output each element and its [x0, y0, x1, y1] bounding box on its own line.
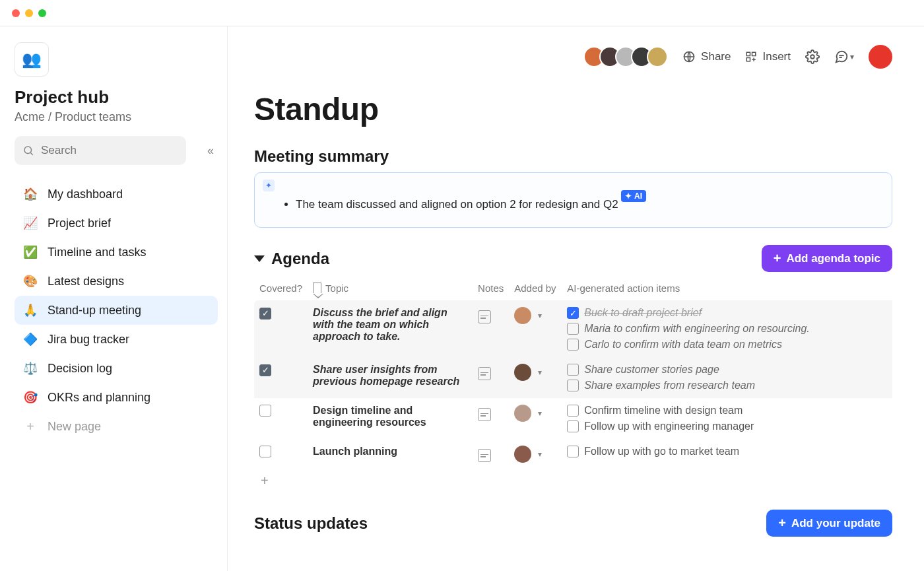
- gear-icon: [805, 50, 820, 64]
- ai-action-item[interactable]: Follow up with go to market team: [567, 446, 887, 457]
- ai-item-text: Buck to draft project brief: [584, 307, 702, 319]
- table-row[interactable]: ✓Share user insights from previous homep…: [254, 357, 892, 398]
- covered-checkbox[interactable]: [259, 405, 271, 417]
- topic-text: Design timeline and engineering resource…: [313, 405, 467, 428]
- sidebar-item-timeline-and-tasks[interactable]: ✅Timeline and tasks: [15, 238, 218, 267]
- presence-avatars[interactable]: [583, 46, 668, 67]
- topic-text: Share user insights from previous homepa…: [313, 364, 467, 387]
- ai-item-checkbox[interactable]: [567, 420, 579, 432]
- window-close-icon[interactable]: [12, 9, 20, 17]
- presence-avatar[interactable]: [647, 46, 668, 67]
- ai-item-checkbox[interactable]: [567, 364, 579, 376]
- chevron-down-icon[interactable]: ▾: [538, 409, 542, 418]
- sidebar-item-okrs-and-planning[interactable]: 🎯OKRs and planning: [15, 383, 218, 412]
- status-updates-heading: Status updates: [254, 514, 368, 533]
- chevron-down-icon[interactable]: ▾: [538, 368, 542, 377]
- add-row-button[interactable]: +: [254, 469, 892, 492]
- agenda-table: Covered? Topic Notes Added by AI-generat…: [254, 279, 892, 469]
- breadcrumb[interactable]: Acme / Product teams: [15, 110, 218, 124]
- table-row[interactable]: ✓Discuss the brief and align with the te…: [254, 300, 892, 357]
- bookmark-icon: [313, 283, 321, 293]
- ai-item-text: Maria to confirm with engineering on res…: [584, 323, 810, 335]
- added-by-avatar[interactable]: [514, 307, 531, 324]
- ai-badge: ✦ AI: [621, 190, 646, 202]
- sidebar-item-jira-bug-tracker[interactable]: 🔷Jira bug tracker: [15, 325, 218, 354]
- new-page-button[interactable]: +New page: [15, 412, 218, 442]
- covered-checkbox[interactable]: [259, 446, 271, 457]
- ai-action-item[interactable]: Follow up with engineering manager: [567, 420, 887, 432]
- sidebar-item-icon: 🎨: [22, 274, 38, 288]
- svg-line-1: [30, 152, 32, 154]
- svg-rect-4: [752, 52, 756, 55]
- sidebar-item-label: Stand-up meeting: [48, 304, 141, 318]
- ai-item-checkbox[interactable]: [567, 446, 579, 457]
- sidebar-item-my-dashboard[interactable]: 🏠My dashboard: [15, 180, 218, 209]
- col-notes[interactable]: Notes: [473, 279, 509, 300]
- ai-item-checkbox[interactable]: [567, 380, 579, 391]
- notes-icon[interactable]: [478, 408, 491, 421]
- ai-action-item[interactable]: ✓Buck to draft project brief: [567, 307, 887, 319]
- sidebar: 👥 Project hub Acme / Product teams « 🏠My…: [0, 26, 228, 571]
- search-input[interactable]: [15, 136, 186, 165]
- sparkle-icon: ✦: [263, 180, 275, 191]
- col-covered[interactable]: Covered?: [254, 279, 308, 300]
- covered-checkbox[interactable]: ✓: [259, 308, 271, 319]
- ai-action-item[interactable]: Confirm timeline with design team: [567, 405, 887, 417]
- col-added-by[interactable]: Added by: [509, 279, 562, 300]
- sidebar-collapse-icon[interactable]: «: [207, 144, 214, 158]
- ai-action-item[interactable]: Share customer stories page: [567, 364, 887, 376]
- sidebar-item-latest-designs[interactable]: 🎨Latest designs: [15, 267, 218, 296]
- settings-button[interactable]: [805, 50, 820, 64]
- ai-item-checkbox[interactable]: ✓: [567, 307, 579, 319]
- covered-checkbox[interactable]: ✓: [259, 364, 271, 376]
- sidebar-item-icon: 🔷: [22, 332, 38, 347]
- add-update-label: Add your update: [791, 517, 880, 530]
- sidebar-item-label: My dashboard: [48, 187, 123, 201]
- agenda-collapse-icon[interactable]: [254, 255, 265, 262]
- chevron-down-icon[interactable]: ▾: [538, 311, 542, 320]
- sidebar-item-icon: 🏠: [22, 187, 38, 201]
- ai-action-item[interactable]: Maria to confirm with engineering on res…: [567, 323, 887, 335]
- comments-button[interactable]: ▾: [834, 50, 854, 64]
- sidebar-item-label: OKRs and planning: [48, 391, 150, 405]
- window-zoom-icon[interactable]: [38, 9, 46, 17]
- page-title: Standup: [254, 91, 892, 127]
- col-ai-items[interactable]: AI-generated action items: [562, 279, 892, 300]
- sidebar-item-label: Decision log: [48, 362, 112, 376]
- ai-item-checkbox[interactable]: [567, 405, 579, 417]
- share-button[interactable]: Share: [682, 50, 731, 63]
- sidebar-item-decision-log[interactable]: ⚖️Decision log: [15, 354, 218, 383]
- notes-icon[interactable]: [478, 310, 491, 323]
- summary-heading: Meeting summary: [254, 147, 892, 166]
- main-content: Share Insert ▾ Standup Meeting summary ✦…: [228, 26, 924, 571]
- meeting-summary-box[interactable]: ✦ ✦ AI The team discussed and aligned on…: [254, 172, 892, 228]
- sidebar-item-project-brief[interactable]: 📈Project brief: [15, 209, 218, 238]
- table-row[interactable]: Design timeline and engineering resource…: [254, 398, 892, 439]
- notes-icon[interactable]: [478, 367, 491, 380]
- add-status-update-button[interactable]: + Add your update: [766, 510, 892, 537]
- current-user-avatar[interactable]: [869, 45, 892, 69]
- svg-point-0: [24, 147, 32, 154]
- workspace-icon[interactable]: 👥: [15, 42, 49, 77]
- globe-icon: [682, 50, 696, 63]
- add-agenda-topic-button[interactable]: + Add agenda topic: [762, 245, 892, 272]
- added-by-avatar[interactable]: [514, 364, 531, 381]
- table-row[interactable]: Launch planning▾Follow up with go to mar…: [254, 439, 892, 469]
- sidebar-item-stand-up-meeting[interactable]: 🙏Stand-up meeting: [15, 296, 218, 325]
- grid-plus-icon: [745, 51, 757, 63]
- added-by-avatar[interactable]: [514, 446, 531, 463]
- sidebar-item-icon: 🎯: [22, 390, 38, 405]
- notes-icon[interactable]: [478, 449, 491, 462]
- ai-item-checkbox[interactable]: [567, 339, 579, 351]
- share-label: Share: [701, 50, 731, 63]
- ai-action-item[interactable]: Share examples from research team: [567, 380, 887, 391]
- ai-item-text: Confirm timeline with design team: [584, 405, 742, 417]
- top-toolbar: Share Insert ▾: [254, 37, 892, 77]
- added-by-avatar[interactable]: [514, 405, 531, 422]
- col-topic[interactable]: Topic: [308, 279, 473, 300]
- chevron-down-icon[interactable]: ▾: [538, 450, 542, 459]
- ai-item-checkbox[interactable]: [567, 323, 579, 335]
- window-minimize-icon[interactable]: [25, 9, 33, 17]
- insert-button[interactable]: Insert: [745, 50, 791, 63]
- ai-action-item[interactable]: Carlo to confirm with data team on metri…: [567, 339, 887, 351]
